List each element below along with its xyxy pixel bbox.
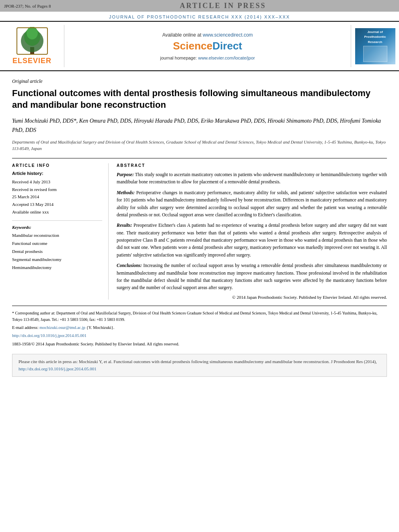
footer-section: * Corresponding author at: Department of… xyxy=(12,306,387,348)
journal-cover-image: Journal of Prosthodontic Research xyxy=(355,28,395,64)
svg-point-3 xyxy=(27,27,38,39)
header-center: Available online at www.sciencedirect.co… xyxy=(64,25,351,67)
copyright-line: © 2014 Japan Prosthodontic Society. Publ… xyxy=(117,295,387,300)
abstract-methods: Methods: Perioperative changes in mastic… xyxy=(117,189,387,219)
journal-cover-container: Journal of Prosthodontic Research xyxy=(351,25,399,67)
conclusions-text: Increasing the number of occlusal suppor… xyxy=(117,263,387,290)
two-column-section: Article info Article history: Received 4… xyxy=(12,158,387,300)
methods-text: Perioperative changes in masticatory per… xyxy=(117,190,387,217)
sd-direct-text: Direct xyxy=(212,40,242,52)
keyword-2: Functional outcome xyxy=(12,240,102,248)
journal-title: Journal of Prosthodontic Research XXX (2… xyxy=(109,14,290,19)
elsevier-wordmark: ELSEVIER xyxy=(12,57,51,65)
sciencedirect-url[interactable]: www.sciencedirect.com xyxy=(203,32,253,38)
email-note: {Y. Mochizuki}. xyxy=(86,325,115,330)
abstract-conclusions: Conclusions: Increasing the number of oc… xyxy=(117,262,387,292)
authors: Yumi Mochizuki PhD, DDS*, Ken Omura PhD,… xyxy=(12,117,387,135)
header-row: ELSEVIER Available online at www.science… xyxy=(0,22,399,71)
sd-science-text: Science xyxy=(173,40,212,52)
abstract-results: Results: Preoperative Eichner's class A … xyxy=(117,222,387,259)
results-label: Results: xyxy=(117,223,132,228)
purpose-label: Purpose: xyxy=(117,172,134,177)
abstract-purpose: Purpose: This study sought to ascertain … xyxy=(117,171,387,186)
results-text: Preoperative Eichner's class A patients … xyxy=(117,223,387,257)
article-info-heading: Article info xyxy=(12,163,102,168)
journal-homepage-url[interactable]: www.elsevier.com/locate/jpor xyxy=(198,55,255,60)
email-link[interactable]: mochizuki.osur@tmd.ac.jp xyxy=(39,325,85,330)
email-line: E-mail address: mochizuki.osur@tmd.ac.jp… xyxy=(12,325,387,331)
available-online-text: Available online at www.sciencedirect.co… xyxy=(162,32,253,38)
citation-text: Please cite this article in press as: Mo… xyxy=(19,359,377,364)
divider-1 xyxy=(12,220,102,221)
received-date-1: Received 4 July 2013 xyxy=(12,178,102,186)
article-type: Original article xyxy=(12,78,387,84)
abstract-heading: Abstract xyxy=(117,163,387,168)
corresponding-author-note: * Corresponding author at: Department of… xyxy=(12,310,387,323)
email-label: E-mail address: xyxy=(12,325,39,330)
keyword-3: Dental prosthesis xyxy=(12,248,102,256)
methods-label: Methods: xyxy=(117,190,135,195)
journal-cover-text: Journal of Prosthodontic Research xyxy=(363,30,387,62)
issn-line: 1883-1958/© 2014 Japan Prosthodontic Soc… xyxy=(12,341,387,348)
available-online: Available online xxx xyxy=(12,208,102,216)
elsevier-logo: ELSEVIER xyxy=(0,25,64,67)
received-revised-date: 25 March 2014 xyxy=(12,193,102,201)
journal-homepage: journal homepage: www.elsevier.com/locat… xyxy=(160,55,255,60)
keywords-heading: Keywords: xyxy=(12,225,102,230)
sciencedirect-logo: ScienceDirect xyxy=(173,40,242,52)
purpose-text: This study sought to ascertain masticato… xyxy=(117,172,387,184)
article-info-column: Article info Article history: Received 4… xyxy=(12,163,109,300)
affiliation: Departments of Oral and Maxillofacial Su… xyxy=(12,139,387,152)
keyword-5: Hemimandibulectomy xyxy=(12,264,102,272)
received-revised-label: Received in revised form xyxy=(12,186,102,193)
main-content: Original article Functional outcomes wit… xyxy=(0,71,399,381)
keywords-list: Mandibular reconstruction Functional out… xyxy=(12,232,102,271)
accepted-date: Accepted 13 May 2014 xyxy=(12,201,102,208)
top-bar: JPOR-237; No. of Pages 8 Article in Pres… xyxy=(0,0,399,12)
citation-box: Please cite this article in press as: Mo… xyxy=(12,354,387,377)
elsevier-tree-icon xyxy=(16,27,48,55)
abstract-column: Abstract Purpose: This study sought to a… xyxy=(117,163,387,300)
keyword-4: Segmental mandibulectomy xyxy=(12,256,102,264)
article-history: Received 4 July 2013 Received in revised… xyxy=(12,178,102,216)
doi-link[interactable]: http://dx.doi.org/10.1016/j.jpor.2014.05… xyxy=(12,333,86,338)
history-heading: Article history: xyxy=(12,171,102,176)
journal-title-bar: Journal of Prosthodontic Research XXX (2… xyxy=(0,12,399,22)
doi-line: http://dx.doi.org/10.1016/j.jpor.2014.05… xyxy=(12,333,387,339)
journal-id: JPOR-237; No. of Pages 8 xyxy=(4,4,51,8)
conclusions-label: Conclusions: xyxy=(117,263,142,268)
citation-doi-link[interactable]: http://dx.doi.org/10.1016/j.jpor.2014.05… xyxy=(19,366,97,371)
article-in-press-label: Article in Press xyxy=(51,2,395,10)
article-title: Functional outcomes with dental prosthes… xyxy=(12,88,387,111)
keyword-1: Mandibular reconstruction xyxy=(12,232,102,240)
